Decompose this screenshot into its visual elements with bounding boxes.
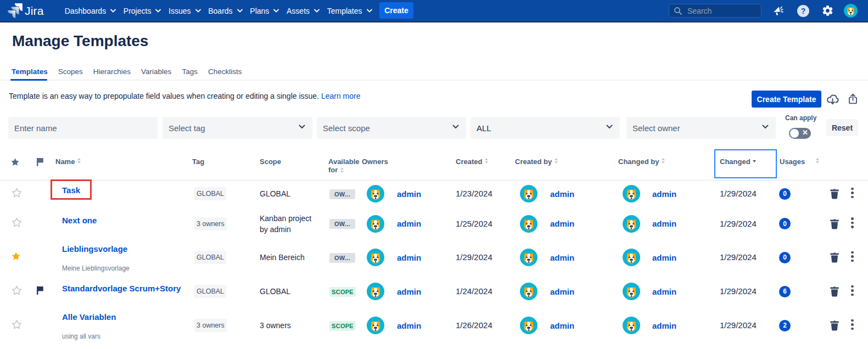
svg-text:?: ? xyxy=(801,7,806,15)
